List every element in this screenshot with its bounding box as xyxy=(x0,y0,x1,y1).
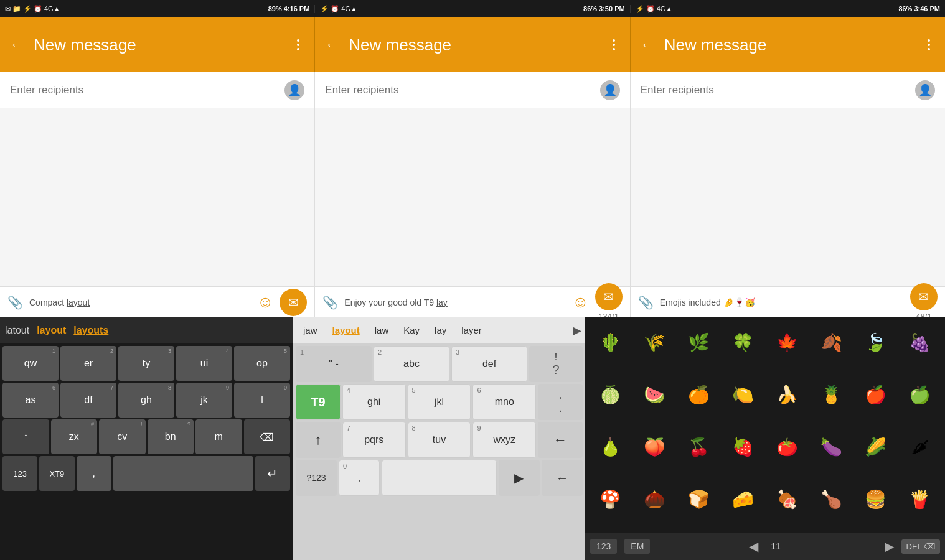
t9-key-mode[interactable]: T9 xyxy=(296,384,341,420)
contact-icon-1[interactable]: 👤 xyxy=(284,80,304,100)
attach-icon-1[interactable]: 📎 xyxy=(7,295,23,310)
emoji-grapes[interactable]: 🍇 xyxy=(898,321,941,364)
t9-key-jkl[interactable]: 5 jkl xyxy=(408,384,471,420)
t9-key-backspace[interactable]: ← xyxy=(538,422,583,458)
emoji-peach[interactable]: 🍑 xyxy=(633,426,676,469)
key-qw[interactable]: 1qw xyxy=(2,346,59,381)
t9-suggestion-kay[interactable]: Kay xyxy=(397,322,426,338)
emoji-chestnut[interactable]: 🌰 xyxy=(633,478,676,521)
recipient-input-1[interactable] xyxy=(10,84,284,96)
key-shift[interactable]: ↑ xyxy=(2,419,49,454)
t9-key-backspace-2[interactable]: ← xyxy=(542,460,583,496)
t9-suggestion-layout[interactable]: layout xyxy=(326,322,366,338)
emoji-prev[interactable]: ◀ xyxy=(749,539,758,554)
emoji-fries[interactable]: 🍟 xyxy=(898,478,941,521)
t9-key-def[interactable]: 3 def xyxy=(451,346,527,382)
t9-key-123[interactable]: ?123 xyxy=(296,460,337,496)
key-op[interactable]: 5op xyxy=(234,346,290,381)
recipient-input-2[interactable] xyxy=(325,84,599,96)
emoji-pineapple[interactable]: 🍍 xyxy=(810,373,853,416)
t9-suggestion-jaw[interactable]: jaw xyxy=(297,322,324,338)
emoji-cherries[interactable]: 🍒 xyxy=(677,426,720,469)
t9-key-pqrs[interactable]: 7 pqrs xyxy=(342,422,406,458)
t9-key-ghi[interactable]: 4 ghi xyxy=(342,384,406,420)
emoji-apple-red[interactable]: 🍎 xyxy=(854,373,897,416)
emoji-icon-2[interactable]: ☺ xyxy=(572,292,589,312)
emoji-tomato[interactable]: 🍅 xyxy=(766,426,809,469)
recipient-input-3[interactable] xyxy=(641,84,915,96)
key-enter[interactable]: ↵ xyxy=(255,456,290,491)
key-l[interactable]: 0l xyxy=(234,383,290,418)
key-space[interactable] xyxy=(113,456,253,491)
emoji-lemon[interactable]: 🍋 xyxy=(722,373,764,416)
emoji-icon-1[interactable]: ☺ xyxy=(257,292,274,312)
key-xt9[interactable]: XT9 xyxy=(39,456,74,491)
t9-key-tuv[interactable]: 8 tuv xyxy=(408,422,471,458)
key-ty[interactable]: 3ty xyxy=(118,346,174,381)
key-gh[interactable]: 8gh xyxy=(118,383,174,418)
key-comma[interactable]: , xyxy=(77,456,111,491)
key-as[interactable]: 6as xyxy=(2,383,59,418)
emoji-bottom-123[interactable]: 123 xyxy=(590,539,617,554)
emoji-bottom-em[interactable]: EM xyxy=(624,539,650,554)
suggestion-layout[interactable]: layout xyxy=(37,325,66,336)
emoji-pepper[interactable]: 🌶 xyxy=(898,426,941,469)
suggestion-layouts[interactable]: layouts xyxy=(73,325,108,336)
emoji-poultry[interactable]: 🍗 xyxy=(810,478,853,521)
attach-icon-2[interactable]: 📎 xyxy=(322,295,338,310)
key-df[interactable]: 7df xyxy=(60,383,116,418)
key-bn[interactable]: ?bn xyxy=(148,419,194,454)
attach-icon-3[interactable]: 📎 xyxy=(638,295,654,310)
emoji-melon[interactable]: 🍈 xyxy=(589,373,632,416)
t9-key-up[interactable]: ↑ xyxy=(296,422,341,458)
more-menu-button-1[interactable] xyxy=(292,34,304,55)
emoji-tangerine[interactable]: 🍊 xyxy=(677,373,720,416)
send-sms-button-1[interactable]: ✉ xyxy=(280,289,307,316)
key-ui[interactable]: 4ui xyxy=(176,346,232,381)
emoji-strawberry[interactable]: 🍓 xyxy=(722,426,764,469)
back-button-2[interactable]: ← xyxy=(325,37,339,53)
emoji-delete-button[interactable]: DEL ⌫ xyxy=(901,539,940,554)
message-area-2[interactable] xyxy=(315,108,630,286)
t9-key-abc[interactable]: 2 abc xyxy=(374,346,449,382)
emoji-cheese[interactable]: 🧀 xyxy=(722,478,764,521)
emoji-leaves[interactable]: 🍃 xyxy=(854,321,897,364)
emoji-next[interactable]: ▶ xyxy=(885,539,894,554)
t9-key-period[interactable]: , . xyxy=(538,384,583,420)
emoji-watermelon[interactable]: 🍉 xyxy=(633,373,676,416)
send-sms-button-2[interactable]: ✉ xyxy=(595,283,623,310)
t9-key-dash[interactable]: 1 " - xyxy=(296,346,372,382)
emoji-wheat[interactable]: 🌾 xyxy=(633,321,676,364)
emoji-burger[interactable]: 🍔 xyxy=(854,478,897,521)
emoji-corn[interactable]: 🌽 xyxy=(854,426,897,469)
t9-suggestion-layer[interactable]: layer xyxy=(455,322,488,338)
emoji-meat-bone[interactable]: 🍖 xyxy=(766,478,809,521)
emoji-banana[interactable]: 🍌 xyxy=(766,373,809,416)
t9-suggestion-law[interactable]: law xyxy=(369,322,395,338)
t9-suggestion-lay[interactable]: lay xyxy=(428,322,453,338)
emoji-maple[interactable]: 🍁 xyxy=(766,321,809,364)
send-sms-button-3[interactable]: ✉ xyxy=(910,283,938,310)
key-er[interactable]: 2er xyxy=(60,346,116,381)
t9-key-mno[interactable]: 6 mno xyxy=(472,384,536,420)
key-m[interactable]: m xyxy=(195,419,242,454)
t9-key-wxyz[interactable]: 9 wxyz xyxy=(472,422,536,458)
t9-key-comma-bottom[interactable]: 0 , xyxy=(339,460,380,496)
emoji-pear[interactable]: 🍐 xyxy=(589,426,632,469)
t9-next-arrow[interactable]: ▶ xyxy=(573,324,581,337)
emoji-herb[interactable]: 🌿 xyxy=(677,321,720,364)
suggestion-latout[interactable]: latout xyxy=(5,325,29,336)
key-123[interactable]: 123 xyxy=(2,456,37,491)
contact-icon-2[interactable]: 👤 xyxy=(600,80,620,100)
key-jk[interactable]: 9jk xyxy=(176,383,232,418)
emoji-fourleaf[interactable]: 🍀 xyxy=(722,321,764,364)
t9-key-space[interactable] xyxy=(382,460,497,496)
back-button-1[interactable]: ← xyxy=(10,37,24,53)
emoji-apple-green[interactable]: 🍏 xyxy=(898,373,941,416)
emoji-bread[interactable]: 🍞 xyxy=(677,478,720,521)
key-zx[interactable]: #zx xyxy=(51,419,98,454)
key-cv[interactable]: !cv xyxy=(99,419,146,454)
key-backspace[interactable]: ⌫ xyxy=(244,419,291,454)
more-menu-button-2[interactable] xyxy=(608,34,620,55)
emoji-eggplant[interactable]: 🍆 xyxy=(810,426,853,469)
